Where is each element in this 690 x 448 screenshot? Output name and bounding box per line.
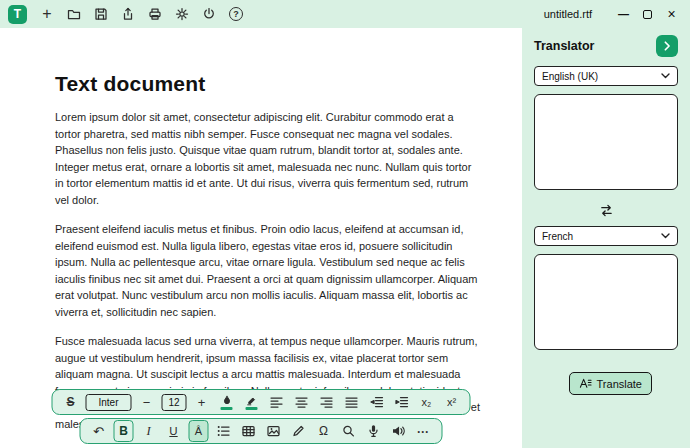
translate-label: Translate [597, 378, 642, 390]
power-icon [202, 7, 216, 21]
indent-icon [395, 395, 409, 409]
maximize-button[interactable] [639, 5, 656, 23]
power-button[interactable] [199, 4, 219, 24]
speaker-icon [392, 424, 406, 438]
accent-button[interactable]: Â [189, 420, 209, 442]
translator-header: Translator [534, 35, 678, 57]
superscript-button[interactable]: x² [442, 391, 462, 413]
align-center-button[interactable] [292, 391, 312, 413]
increase-font-size-button[interactable]: + [192, 391, 212, 413]
italic-button[interactable]: I [139, 420, 159, 442]
font-size-field[interactable]: 12 [162, 394, 187, 411]
align-left-button[interactable] [267, 391, 287, 413]
strikethrough-icon: S [66, 395, 74, 409]
settings-gear-icon [175, 7, 189, 21]
omega-icon: Ω [319, 424, 328, 438]
font-name-field[interactable]: Inter [86, 394, 132, 411]
search-button[interactable] [339, 420, 359, 442]
superscript-icon: x² [447, 396, 456, 408]
new-document-button[interactable]: + [37, 4, 57, 24]
app-window: T + [0, 0, 690, 448]
pen-button[interactable] [289, 420, 309, 442]
target-text-area[interactable] [534, 254, 678, 350]
translate-icon [579, 377, 592, 390]
close-button[interactable]: × [663, 5, 680, 23]
align-justify-icon [345, 395, 359, 409]
table-icon [242, 424, 256, 438]
app-logo: T [8, 5, 27, 24]
align-left-icon [270, 395, 284, 409]
print-button[interactable] [145, 4, 165, 24]
highlight-color-swatch [246, 407, 258, 410]
maximize-icon [643, 10, 652, 19]
text-color-swatch [221, 407, 233, 410]
swap-row [534, 200, 678, 220]
bullet-list-icon [217, 424, 231, 438]
special-character-button[interactable]: Ω [314, 420, 334, 442]
microphone-icon [367, 424, 381, 438]
minimize-button[interactable]: — [615, 5, 632, 23]
align-right-button[interactable] [317, 391, 337, 413]
document-paragraph[interactable]: Praesent eleifend iaculis metus et finib… [55, 221, 482, 320]
translator-panel: Translator English (UK) Frenc [522, 28, 690, 448]
export-button[interactable] [118, 4, 138, 24]
underline-button[interactable]: U [164, 420, 184, 442]
formatting-toolbar: S Inter − 12 + [52, 389, 471, 415]
open-folder-button[interactable] [64, 4, 84, 24]
translate-row: Translate [534, 372, 678, 395]
document-canvas[interactable]: Text document Lorem ipsum dolor sit amet… [0, 28, 522, 448]
target-language-value: French [542, 231, 573, 242]
source-language-value: English (UK) [542, 71, 598, 82]
more-button[interactable]: ••• [414, 420, 434, 442]
plus-icon: + [198, 395, 206, 410]
swap-languages-button[interactable] [595, 200, 617, 220]
bullet-list-button[interactable] [214, 420, 234, 442]
align-right-icon [320, 395, 334, 409]
outdent-button[interactable] [367, 391, 387, 413]
highlight-color-icon [246, 395, 258, 410]
a-caret-icon: Â [195, 425, 202, 437]
window-title: untitled.rtf [544, 8, 592, 20]
document-title[interactable]: Text document [55, 72, 482, 96]
collapse-panel-button[interactable] [656, 35, 678, 57]
undo-button[interactable]: ↶ [89, 420, 109, 442]
pen-icon [292, 424, 306, 438]
speaker-button[interactable] [389, 420, 409, 442]
table-button[interactable] [239, 420, 259, 442]
chevron-down-icon [661, 233, 670, 239]
translate-button[interactable]: Translate [569, 372, 652, 395]
image-icon [267, 424, 281, 438]
print-icon [148, 7, 162, 21]
italic-icon: I [146, 424, 150, 439]
bold-button[interactable]: B [114, 420, 134, 442]
subscript-button[interactable]: x₂ [417, 391, 437, 413]
target-language-select[interactable]: French [534, 226, 678, 246]
align-center-icon [295, 395, 309, 409]
chevron-right-icon [662, 41, 672, 51]
decrease-font-size-button[interactable]: − [137, 391, 157, 413]
minus-icon: − [143, 395, 151, 410]
underline-icon: U [169, 425, 177, 437]
text-color-button[interactable] [217, 391, 237, 413]
outdent-icon [370, 395, 384, 409]
source-text-area[interactable] [534, 94, 678, 190]
more-icon: ••• [418, 428, 430, 435]
font-name-value: Inter [98, 397, 118, 408]
swap-languages-icon [599, 203, 614, 218]
strikethrough-button[interactable]: S [61, 391, 81, 413]
source-language-select[interactable]: English (UK) [534, 66, 678, 86]
align-justify-button[interactable] [342, 391, 362, 413]
close-icon: × [667, 6, 675, 22]
app-logo-letter: T [14, 7, 21, 21]
microphone-button[interactable] [364, 420, 384, 442]
save-button[interactable] [91, 4, 111, 24]
help-button[interactable]: ? [226, 4, 246, 24]
highlight-color-button[interactable] [242, 391, 262, 413]
image-button[interactable] [264, 420, 284, 442]
document-paragraph[interactable]: Lorem ipsum dolor sit amet, consectetur … [55, 109, 482, 208]
settings-button[interactable] [172, 4, 192, 24]
top-toolbar: T + [0, 0, 690, 28]
new-document-icon: + [42, 6, 51, 22]
edit-toolbar: ↶ B I U Â [80, 418, 443, 444]
indent-button[interactable] [392, 391, 412, 413]
